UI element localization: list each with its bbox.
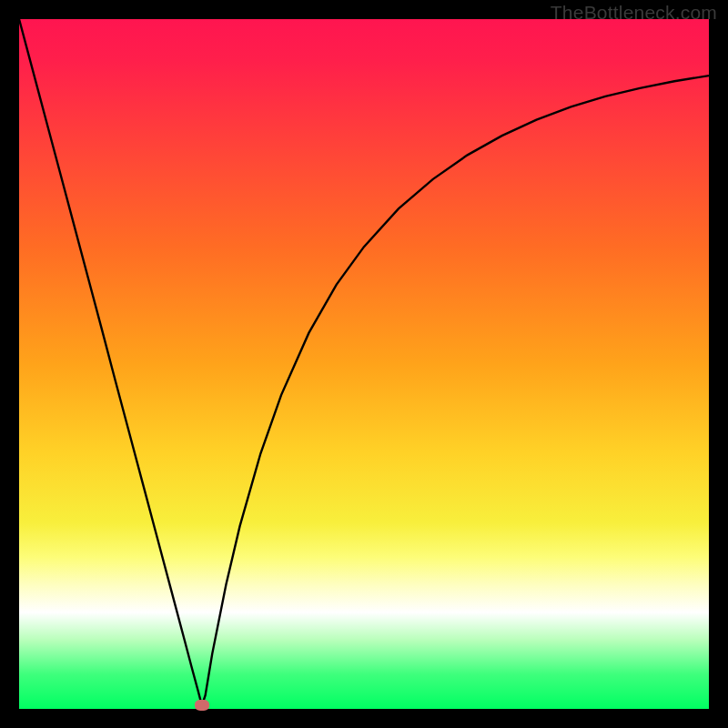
curve-path xyxy=(19,19,709,705)
bottleneck-curve xyxy=(19,19,709,709)
chart-frame: TheBottleneck.com xyxy=(0,0,728,728)
minimum-marker xyxy=(195,700,209,711)
